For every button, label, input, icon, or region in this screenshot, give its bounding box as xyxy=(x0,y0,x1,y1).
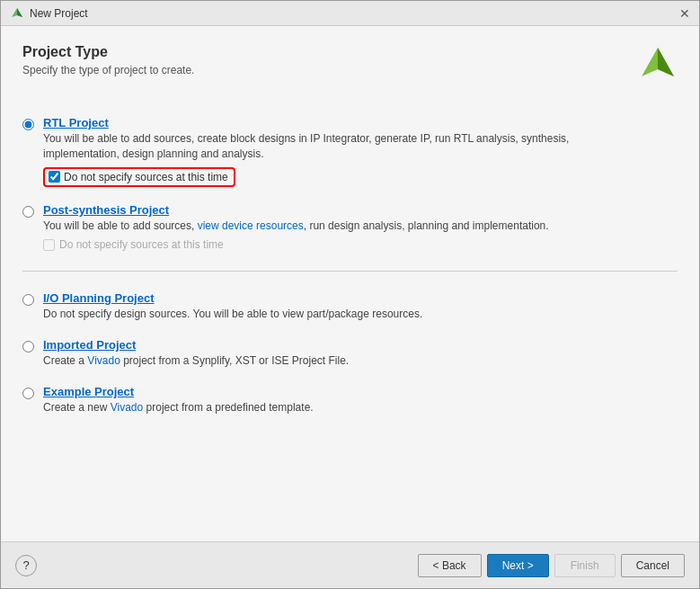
option-example-content: Example Project Create a new Vivado proj… xyxy=(43,385,314,415)
checkbox-post-synthesis-row: Do not specify sources at this time xyxy=(43,238,549,251)
checkbox-rtl-highlighted: Do not specify sources at this time xyxy=(43,167,235,187)
cancel-button[interactable]: Cancel xyxy=(621,554,685,577)
radio-post-synthesis[interactable] xyxy=(22,206,34,218)
option-imported-title: Imported Project xyxy=(43,338,349,352)
titlebar-left: New Project xyxy=(10,6,88,21)
page-title: Project Type xyxy=(22,44,194,60)
option-post-synthesis: Post-synthesis Project You will be able … xyxy=(22,203,678,252)
option-example-desc: Create a new Vivado project from a prede… xyxy=(43,400,314,415)
page-subtitle: Specify the type of project to create. xyxy=(22,64,194,76)
option-io-planning-desc: Do not specify design sources. You will … xyxy=(43,307,422,322)
footer-right: < Back Next > Finish Cancel xyxy=(418,554,685,577)
titlebar: New Project ✕ xyxy=(1,1,699,26)
footer: ? < Back Next > Finish Cancel xyxy=(1,541,699,588)
checkbox-rtl-label: Do not specify sources at this time xyxy=(64,171,228,183)
option-io-planning-title: I/O Planning Project xyxy=(43,291,422,305)
divider-1 xyxy=(22,271,678,272)
close-button[interactable]: ✕ xyxy=(679,7,690,20)
option-example-title: Example Project xyxy=(43,385,314,398)
finish-button[interactable]: Finish xyxy=(554,554,616,577)
next-button[interactable]: Next > xyxy=(487,554,549,577)
option-imported-row: Imported Project Create a Vivado project… xyxy=(22,338,678,369)
option-group: RTL Project You will be able to add sour… xyxy=(22,116,678,415)
option-post-synthesis-desc: You will be able to add sources, view de… xyxy=(43,219,549,234)
vivado-logo xyxy=(638,44,678,84)
radio-io-planning[interactable] xyxy=(22,294,34,306)
option-rtl-title: RTL Project xyxy=(43,116,636,129)
checkbox-post-synthesis-label: Do not specify sources at this time xyxy=(59,238,224,251)
option-example-row: Example Project Create a new Vivado proj… xyxy=(22,385,678,415)
option-rtl: RTL Project You will be able to add sour… xyxy=(22,116,678,187)
header-text: Project Type Specify the type of project… xyxy=(22,44,194,98)
option-example: Example Project Create a new Vivado proj… xyxy=(22,385,678,415)
main-content: Project Type Specify the type of project… xyxy=(1,26,699,541)
option-post-synthesis-content: Post-synthesis Project You will be able … xyxy=(43,203,549,252)
option-io-planning-row: I/O Planning Project Do not specify desi… xyxy=(22,291,678,322)
option-post-synthesis-row: Post-synthesis Project You will be able … xyxy=(22,203,678,252)
option-post-synthesis-title: Post-synthesis Project xyxy=(43,203,549,217)
footer-left: ? xyxy=(15,555,37,576)
back-button[interactable]: < Back xyxy=(418,554,482,577)
app-icon xyxy=(10,6,24,21)
option-imported: Imported Project Create a Vivado project… xyxy=(22,338,678,369)
help-button[interactable]: ? xyxy=(15,555,37,576)
option-rtl-desc: You will be able to add sources, create … xyxy=(43,131,636,162)
option-io-planning: I/O Planning Project Do not specify desi… xyxy=(22,291,678,322)
radio-imported[interactable] xyxy=(22,341,34,353)
option-rtl-row: RTL Project You will be able to add sour… xyxy=(22,116,678,187)
option-imported-content: Imported Project Create a Vivado project… xyxy=(43,338,349,369)
header-area: Project Type Specify the type of project… xyxy=(22,44,678,98)
checkbox-rtl-row: Do not specify sources at this time xyxy=(43,167,636,187)
option-imported-desc: Create a Vivado project from a Synplify,… xyxy=(43,353,349,369)
option-io-planning-content: I/O Planning Project Do not specify desi… xyxy=(43,291,422,322)
svg-marker-1 xyxy=(17,8,22,17)
radio-example[interactable] xyxy=(22,388,34,399)
radio-rtl[interactable] xyxy=(22,119,34,130)
checkbox-rtl[interactable] xyxy=(49,171,60,183)
titlebar-title: New Project xyxy=(30,7,88,20)
dialog: New Project ✕ Project Type Specify the t… xyxy=(0,0,700,589)
checkbox-post-synthesis xyxy=(43,239,55,251)
option-rtl-content: RTL Project You will be able to add sour… xyxy=(43,116,636,187)
svg-marker-3 xyxy=(658,48,674,76)
